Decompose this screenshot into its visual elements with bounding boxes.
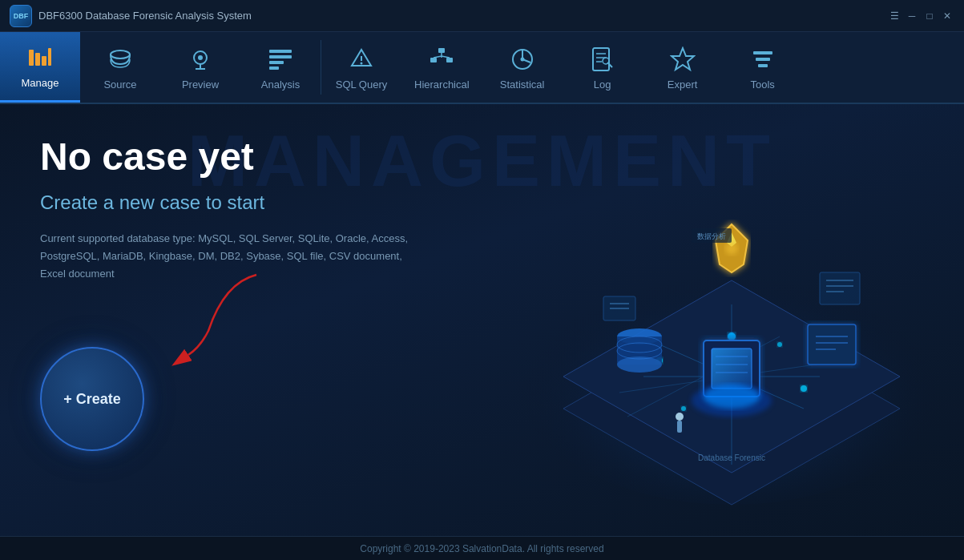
svg-rect-1: [35, 53, 40, 66]
svg-text:数据分析: 数据分析: [697, 232, 726, 240]
svg-rect-3: [48, 48, 51, 66]
copyright-text: Copyright © 2019-2023 SalvationData. All…: [360, 543, 603, 554]
svg-point-41: [728, 332, 736, 340]
create-button[interactable]: + Create: [40, 347, 144, 451]
svg-point-53: [725, 242, 738, 255]
nav-item-hierarchical[interactable]: Hierarchical: [401, 32, 482, 103]
statistical-icon: [508, 45, 537, 74]
nav-label-manage: Manage: [22, 77, 59, 89]
source-icon: [106, 45, 135, 74]
log-icon: [588, 45, 617, 74]
nav-item-source[interactable]: Source: [80, 32, 160, 103]
hierarchical-icon: [427, 45, 456, 74]
no-case-title: No case yet: [40, 136, 490, 179]
svg-point-13: [361, 62, 363, 64]
title-bar: DBF DBF6300 Database Forensic Analysis S…: [0, 0, 964, 32]
svg-marker-27: [672, 48, 694, 70]
window-controls: ☰ ─ □ ✕: [887, 9, 954, 23]
nav-label-statistical: Statistical: [500, 79, 545, 91]
navbar: Manage Source Preview: [0, 32, 964, 104]
sql-query-icon: [347, 45, 376, 74]
nav-item-preview[interactable]: Preview: [160, 32, 240, 103]
title-bar-left: DBF DBF6300 Database Forensic Analysis S…: [10, 5, 252, 27]
nav-label-analysis: Analysis: [261, 79, 300, 91]
svg-rect-28: [753, 51, 772, 54]
main-content: MANAGEMENT: [0, 104, 964, 536]
svg-point-6: [198, 55, 203, 60]
db-illustration: 数据分析 Database Forensic: [499, 104, 964, 529]
svg-rect-8: [269, 55, 292, 58]
svg-line-19: [442, 56, 450, 58]
nav-label-tools: Tools: [750, 79, 774, 91]
svg-rect-2: [42, 56, 46, 66]
svg-rect-10: [269, 66, 279, 70]
analysis-icon: [266, 45, 295, 74]
svg-rect-68: [820, 272, 860, 304]
svg-point-21: [520, 57, 524, 61]
nav-label-log: Log: [594, 79, 611, 91]
nav-item-manage[interactable]: Manage: [0, 32, 80, 103]
svg-point-26: [603, 58, 609, 64]
maximize-button[interactable]: □: [922, 9, 937, 23]
tools-icon: [748, 45, 777, 74]
manage-icon: [26, 43, 54, 72]
footer: Copyright © 2019-2023 SalvationData. All…: [0, 536, 964, 560]
preview-icon: [186, 45, 215, 74]
svg-rect-14: [438, 48, 445, 53]
svg-text:Database Forensic: Database Forensic: [698, 453, 765, 462]
app-title: DBF6300 Database Forensic Analysis Syste…: [38, 10, 252, 22]
menu-button[interactable]: ☰: [887, 9, 901, 23]
svg-rect-7: [269, 50, 292, 53]
nav-label-preview: Preview: [182, 79, 219, 91]
svg-rect-0: [29, 50, 34, 66]
svg-rect-30: [758, 64, 768, 67]
subtitle: Create a new case to start: [40, 191, 490, 214]
svg-rect-22: [593, 48, 609, 71]
nav-item-sql-query[interactable]: SQL Query: [321, 32, 401, 103]
close-button[interactable]: ✕: [940, 9, 954, 23]
nav-item-expert[interactable]: Expert: [643, 32, 723, 103]
nav-item-log[interactable]: Log: [563, 32, 643, 103]
nav-label-hierarchical: Hierarchical: [414, 79, 470, 91]
app-logo: DBF: [10, 5, 32, 27]
svg-rect-9: [269, 61, 284, 64]
svg-rect-16: [446, 58, 453, 62]
svg-rect-15: [430, 58, 437, 62]
create-button-area: + Create: [40, 347, 964, 451]
nav-item-statistical[interactable]: Statistical: [482, 32, 563, 103]
nav-item-analysis[interactable]: Analysis: [240, 32, 321, 103]
svg-line-18: [434, 56, 442, 58]
expert-icon: [668, 45, 697, 74]
arrow-indicator: [144, 267, 272, 379]
nav-label-source: Source: [103, 79, 136, 91]
svg-point-4: [111, 50, 130, 58]
nav-item-tools[interactable]: Tools: [723, 32, 803, 103]
minimize-button[interactable]: ─: [905, 9, 919, 23]
nav-label-expert: Expert: [668, 79, 698, 91]
nav-label-sql-query: SQL Query: [336, 79, 388, 91]
svg-rect-29: [756, 58, 770, 61]
